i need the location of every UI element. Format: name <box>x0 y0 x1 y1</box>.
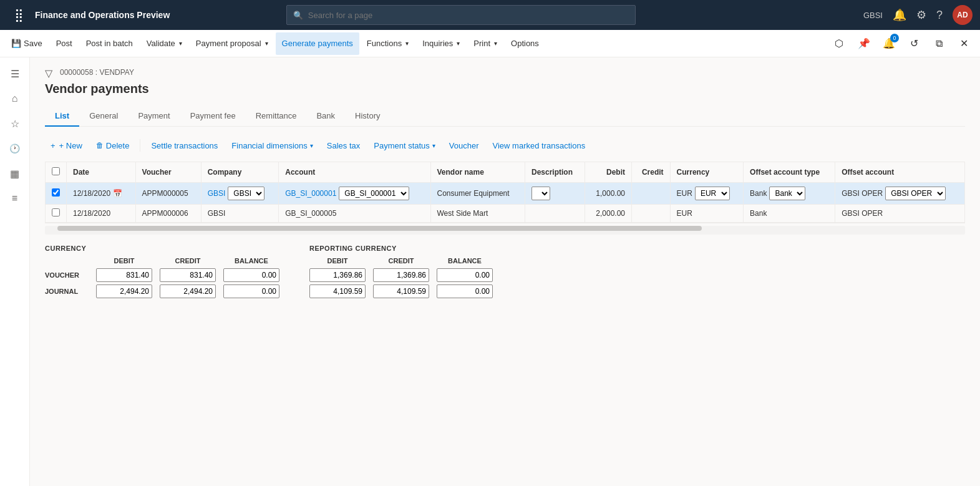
generate-payments-button[interactable]: Generate payments <box>276 32 359 55</box>
offset-account-select[interactable]: GBSI OPER <box>885 187 946 200</box>
new-button[interactable]: + + New <box>45 137 88 154</box>
tab-list[interactable]: List <box>45 106 79 127</box>
table-row[interactable]: 12/18/2020 📅APPM000005GBSIGBSIGB_SI_0000… <box>46 183 964 205</box>
reporting-voucher-row <box>309 268 493 282</box>
user-company: GBSI <box>863 11 883 20</box>
reporting-voucher-balance-input[interactable] <box>437 268 493 282</box>
voucher-debit-input[interactable] <box>96 268 152 282</box>
payment-proposal-button[interactable]: Payment proposal ▾ <box>190 32 274 55</box>
cell-company: GBSI <box>201 205 279 223</box>
voucher-balance-input[interactable] <box>223 268 279 282</box>
voucher-label: VOUCHER <box>45 271 89 279</box>
cell-offset-account: GBSI OPER GBSI OPER <box>835 183 964 205</box>
currency-select[interactable]: EUR <box>695 187 730 200</box>
currency-title: CURRENCY <box>45 245 279 252</box>
settings-icon[interactable]: ⚙ <box>916 9 926 21</box>
command-bar: 💾 Save Post Post in batch Validate ▾ Pay… <box>0 30 980 57</box>
journal-balance-input[interactable] <box>223 284 279 298</box>
voucher-button[interactable]: Voucher <box>444 137 485 154</box>
tab-history[interactable]: History <box>345 106 390 127</box>
validate-button[interactable]: Validate ▾ <box>140 32 188 55</box>
filter-icon[interactable]: ▽ <box>45 67 52 79</box>
reporting-voucher-debit-input[interactable] <box>309 268 366 282</box>
financial-dimensions-chevron: ▾ <box>310 142 313 149</box>
row-checkbox[interactable] <box>52 188 60 197</box>
journal-debit-input[interactable] <box>96 284 152 298</box>
print-button[interactable]: Print ▾ <box>467 32 503 55</box>
sidebar-item-list[interactable]: ≡ <box>4 187 26 210</box>
cell-voucher: APPM000006 <box>135 205 201 223</box>
cell-offset-account-type: Bank Bank <box>744 183 835 205</box>
reporting-voucher-credit-input[interactable] <box>373 268 429 282</box>
help-icon[interactable]: ? <box>936 9 943 21</box>
payment-status-button[interactable]: Payment status ▾ <box>368 137 441 154</box>
currency-summary: CURRENCY DEBIT CREDIT BALANCE VOUCHER JO… <box>45 245 279 301</box>
command-bar-right: ⬡ 📌 🔔 0 ↺ ⧉ ✕ <box>828 32 975 55</box>
app-title: Finance and Operations Preview <box>35 10 170 20</box>
reporting-journal-balance-input[interactable] <box>437 284 493 298</box>
financial-dimensions-button[interactable]: Financial dimensions ▾ <box>226 137 318 154</box>
payment-status-chevron: ▾ <box>432 142 435 149</box>
close-icon[interactable]: ✕ <box>953 32 975 55</box>
cell-account: GB_SI_000001GB_SI_000001 <box>279 183 430 205</box>
delete-button[interactable]: 🗑 Delete <box>90 137 135 154</box>
row-checkbox[interactable] <box>52 208 60 216</box>
cell-credit <box>632 205 671 223</box>
list-toolbar: + + New 🗑 Delete Settle transactions Fin… <box>45 137 965 154</box>
post-in-batch-button[interactable]: Post in batch <box>80 32 139 55</box>
account-select[interactable]: GB_SI_000001 <box>339 187 409 200</box>
cell-currency: EUR <box>670 205 744 223</box>
horizontal-scrollbar[interactable] <box>45 226 965 235</box>
user-avatar[interactable]: AD <box>953 5 973 25</box>
sidebar-item-menu[interactable]: ☰ <box>4 62 26 85</box>
sidebar-item-recent[interactable]: 🕐 <box>4 137 26 160</box>
new-window-icon[interactable]: ⧉ <box>928 32 950 55</box>
company-select[interactable]: GBSI <box>228 187 264 200</box>
scrollbar-track <box>57 226 702 231</box>
sidebar-item-home[interactable]: ⌂ <box>4 87 26 110</box>
settle-transactions-button[interactable]: Settle transactions <box>145 137 223 154</box>
tab-general[interactable]: General <box>79 106 128 127</box>
calendar-icon[interactable]: 📅 <box>113 189 122 198</box>
select-all-checkbox[interactable] <box>52 167 60 175</box>
table-row[interactable]: 12/18/2020APPM000006GBSIGB_SI_000005West… <box>46 205 964 223</box>
cell-currency: EUR EUR <box>670 183 744 205</box>
voucher-credit-input[interactable] <box>160 268 216 282</box>
open-in-new-icon[interactable]: 📌 <box>853 32 875 55</box>
cell-account: GB_SI_000005 <box>279 205 430 223</box>
sidebar-item-favorites[interactable]: ☆ <box>4 112 26 135</box>
sidebar-item-workspaces[interactable]: ▦ <box>4 162 26 185</box>
inquiries-button[interactable]: Inquiries ▾ <box>416 32 466 55</box>
sales-tax-button[interactable]: Sales tax <box>321 137 366 154</box>
col-header-vendor-name: Vendor name <box>430 162 525 183</box>
search-bar: 🔍 <box>286 5 636 25</box>
col-header-company: Company <box>201 162 279 183</box>
tab-payment[interactable]: Payment <box>128 106 180 127</box>
tab-remittance[interactable]: Remittance <box>246 106 307 127</box>
post-button[interactable]: Post <box>50 32 79 55</box>
col-header-date: Date <box>67 162 136 183</box>
reporting-journal-credit-input[interactable] <box>373 284 429 298</box>
col-header-credit: Credit <box>632 162 671 183</box>
company-link[interactable]: GBSI <box>208 189 226 198</box>
tab-bank[interactable]: Bank <box>306 106 345 127</box>
search-input[interactable] <box>308 11 629 20</box>
view-marked-transactions-button[interactable]: View marked transactions <box>487 137 591 154</box>
offset-type-select[interactable]: Bank <box>769 187 805 200</box>
reporting-col-balance: BALANCE <box>437 257 493 265</box>
save-button[interactable]: 💾 Save <box>5 32 49 55</box>
description-select[interactable] <box>531 187 550 200</box>
main-layout: ☰ ⌂ ☆ 🕐 ▦ ≡ ▽ 00000058 : VENDPAY Vendor … <box>0 57 980 486</box>
options-button[interactable]: Options <box>505 32 545 55</box>
journal-credit-input[interactable] <box>160 284 216 298</box>
functions-button[interactable]: Functions ▾ <box>361 32 415 55</box>
top-nav-right: GBSI 🔔 ⚙ ? AD <box>863 5 973 25</box>
tab-payment-fee[interactable]: Payment fee <box>180 106 246 127</box>
reporting-journal-debit-input[interactable] <box>309 284 366 298</box>
waffle-icon[interactable]: ⣿ <box>7 4 30 26</box>
search-icon: 🔍 <box>293 11 303 20</box>
notifications-icon[interactable]: 🔔 <box>893 9 906 21</box>
personalize-icon[interactable]: ⬡ <box>828 32 850 55</box>
account-link[interactable]: GB_SI_000001 <box>285 189 336 198</box>
refresh-icon[interactable]: ↺ <box>903 32 925 55</box>
